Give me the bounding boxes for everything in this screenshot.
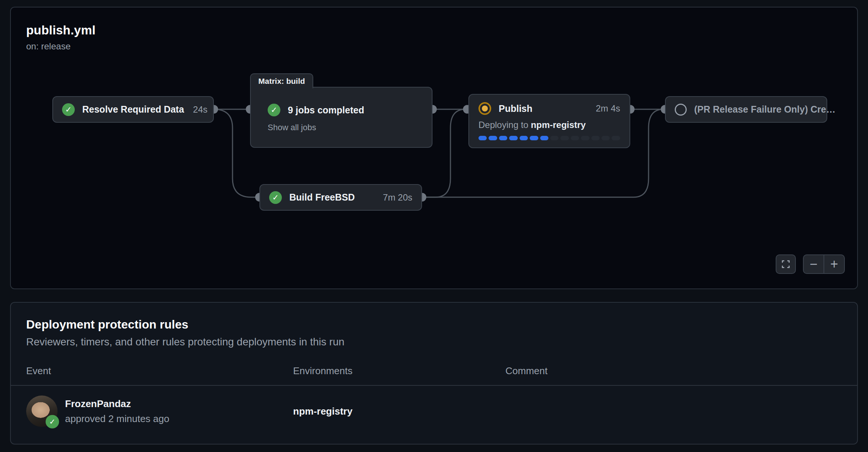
in-progress-spinner-icon <box>478 102 491 115</box>
job-label: (PR Release Failure Only) Cre… <box>694 104 835 115</box>
job-label: Resolve Required Data <box>82 104 184 115</box>
deploy-status-text: Deploying to npm-registry <box>478 120 620 130</box>
job-label: Build FreeBSD <box>289 192 355 203</box>
zoom-out-button[interactable]: − <box>804 255 824 273</box>
job-node-matrix-build[interactable]: ✓ 9 jobs completed Show all jobs <box>250 87 433 148</box>
success-check-icon: ✓ <box>268 104 280 116</box>
column-header-comment: Comment <box>505 365 842 377</box>
progress-segment <box>489 136 497 140</box>
fit-to-window-icon <box>781 260 790 269</box>
matrix-group-tab: Matrix: build <box>250 73 313 88</box>
fit-to-window-button[interactable] <box>776 254 796 274</box>
progress-segment <box>530 136 538 140</box>
progress-segment <box>612 136 620 140</box>
job-label: Publish <box>499 103 532 114</box>
avatar: ✓ <box>26 396 58 427</box>
column-header-environments: Environments <box>293 365 505 377</box>
environment-name: npm-registry <box>293 406 505 417</box>
progress-segment <box>499 136 507 140</box>
deploy-status-prefix: Deploying to <box>478 120 531 130</box>
column-header-event: Event <box>26 365 293 377</box>
job-node-build-freebsd[interactable]: ✓ Build FreeBSD 7m 20s <box>259 184 422 211</box>
approval-timestamp: approved 2 minutes ago <box>65 413 169 425</box>
workflow-header: publish.yml on: release <box>26 23 96 52</box>
panel-title: Deployment protection rules <box>26 318 842 332</box>
matrix-tab-label: Matrix: build <box>258 77 305 86</box>
workflow-title: publish.yml <box>26 23 96 37</box>
job-node-pr-release-failure[interactable]: (PR Release Failure Only) Cre… <box>665 96 827 123</box>
zoom-controls: − + <box>803 254 845 274</box>
progress-segment <box>509 136 517 140</box>
progress-segment <box>478 136 487 140</box>
progress-segment <box>520 136 528 140</box>
deploy-progress-bar <box>478 136 620 140</box>
matrix-summary-label: 9 jobs completed <box>288 105 364 116</box>
pending-circle-icon <box>675 104 687 116</box>
approved-check-badge-icon: ✓ <box>46 415 59 428</box>
job-duration: 7m 20s <box>374 192 412 203</box>
deployment-protection-panel: Deployment protection rules Reviewers, t… <box>10 302 858 445</box>
job-duration: 24s <box>184 104 207 115</box>
progress-segment <box>571 136 579 140</box>
deploy-environment-name: npm-registry <box>531 120 586 130</box>
progress-segment <box>591 136 600 140</box>
workflow-graph-panel: publish.yml on: release ✓ Resolve Requir… <box>10 7 858 289</box>
job-node-resolve-required-data[interactable]: ✓ Resolve Required Data 24s <box>52 96 214 123</box>
progress-segment <box>581 136 589 140</box>
show-all-jobs-link[interactable]: Show all jobs <box>268 123 316 132</box>
panel-subtitle: Reviewers, timers, and other rules prote… <box>26 336 842 348</box>
event-cell: ✓ FrozenPandaz approved 2 minutes ago <box>26 396 293 427</box>
workflow-trigger: on: release <box>26 41 96 52</box>
approver-username: FrozenPandaz <box>65 398 169 410</box>
table-header-row: Event Environments Comment <box>26 365 842 377</box>
zoom-in-button[interactable]: + <box>824 255 844 273</box>
progress-segment <box>550 136 558 140</box>
success-check-icon: ✓ <box>62 103 75 116</box>
progress-segment <box>560 136 569 140</box>
job-duration: 2m 4s <box>587 103 620 114</box>
table-row: ✓ FrozenPandaz approved 2 minutes ago np… <box>26 386 842 437</box>
progress-segment <box>540 136 548 140</box>
workflow-graph-edges <box>11 7 859 290</box>
progress-segment <box>601 136 610 140</box>
job-node-publish[interactable]: Publish 2m 4s Deploying to npm-registry <box>468 94 630 148</box>
success-check-icon: ✓ <box>269 191 282 204</box>
